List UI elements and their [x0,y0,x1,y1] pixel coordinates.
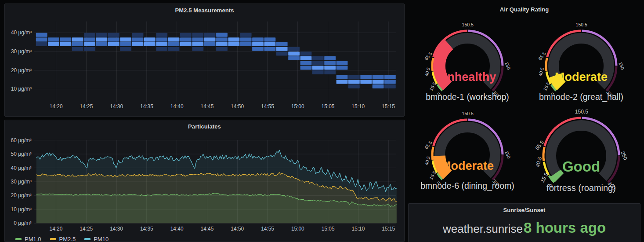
heatmap-cell[interactable] [300,66,312,70]
heatmap-cell[interactable] [348,84,360,88]
heatmap-cell[interactable] [84,42,95,46]
heatmap-cell[interactable] [156,33,167,37]
heatmap-cell[interactable] [48,37,59,41]
heatmap-cell[interactable] [216,37,228,41]
heatmap-cell[interactable] [144,37,156,41]
legend-item-pm1-0[interactable]: PM1.0 [15,236,41,242]
heatmap-cell[interactable] [204,42,216,46]
heatmap-cell[interactable] [108,37,119,41]
heatmap-cell[interactable] [132,33,144,37]
heatmap-cell[interactable] [168,42,180,46]
legend-item-pm10[interactable]: PM10 [84,236,109,242]
heatmap-cell[interactable] [216,33,228,37]
heatmap-cell[interactable] [108,42,119,46]
heatmap-cell[interactable] [180,37,192,41]
heatmap-cell[interactable] [312,61,324,65]
heatmap-cell[interactable] [312,56,324,60]
heatmap-cell[interactable] [84,33,95,37]
heatmap-cell[interactable] [264,42,276,46]
heatmap-cell[interactable] [264,47,276,51]
heatmap-cell[interactable] [384,80,396,84]
heatmap-cell[interactable] [204,33,216,37]
pm25-heatmap-chart[interactable]: 14:2014:2514:3014:3514:4014:4514:5014:55… [5,4,404,116]
panel-title-particulates[interactable]: Particulates [5,123,404,130]
heatmap-cell[interactable] [252,37,264,41]
heatmap-cell[interactable] [180,33,192,37]
heatmap-cell[interactable] [324,70,336,74]
heatmap-cell[interactable] [36,42,47,46]
heatmap-cell[interactable] [216,47,228,51]
heatmap-cell[interactable] [192,42,203,46]
heatmap-cell[interactable] [132,37,144,41]
heatmap-cell[interactable] [156,42,167,46]
heatmap-cell[interactable] [384,84,396,88]
heatmap-cell[interactable] [276,47,288,51]
heatmap-cell[interactable] [373,80,384,84]
heatmap-cell[interactable] [300,61,312,65]
heatmap-cell[interactable] [216,42,228,46]
heatmap-cell[interactable] [72,37,83,41]
heatmap-cell[interactable] [336,80,348,84]
heatmap-cell[interactable] [204,37,216,41]
heatmap-cell[interactable] [288,47,300,51]
heatmap-cell[interactable] [276,51,288,55]
heatmap-cell[interactable] [120,47,131,51]
heatmap-cell[interactable] [360,80,372,84]
heatmap-cell[interactable] [72,47,83,51]
heatmap-cell[interactable] [36,33,47,37]
heatmap-cell[interactable] [120,42,131,46]
heatmap-cell[interactable] [300,56,312,60]
heatmap-cell[interactable] [373,75,384,79]
heatmap-cell[interactable] [336,66,348,70]
panel-title-pm25[interactable]: PM2.5 Measurements [5,7,404,14]
heatmap-cell[interactable] [300,51,312,55]
heatmap-cell[interactable] [324,56,336,60]
heatmap-cell[interactable] [228,37,239,41]
heatmap-cell[interactable] [324,61,336,65]
heatmap-cell[interactable] [120,37,131,41]
heatmap-cell[interactable] [276,42,288,46]
heatmap-cell[interactable] [228,42,239,46]
heatmap-cell[interactable] [144,42,156,46]
heatmap-cell[interactable] [240,33,252,37]
heatmap-cell[interactable] [180,42,192,46]
heatmap-cell[interactable] [252,47,264,51]
heatmap-cell[interactable] [336,75,348,79]
heatmap-cell[interactable] [84,37,95,41]
panel-title-air-quality[interactable]: Air Quality Rating [408,6,640,13]
heatmap-cell[interactable] [96,37,108,41]
heatmap-cell[interactable] [36,37,47,41]
heatmap-cell[interactable] [132,42,144,46]
heatmap-cell[interactable] [360,75,372,79]
heatmap-cell[interactable] [348,75,360,79]
heatmap-cell[interactable] [288,51,300,55]
heatmap-cell[interactable] [288,56,300,60]
heatmap-cell[interactable] [336,61,348,65]
heatmap-cell[interactable] [264,37,276,41]
heatmap-cell[interactable] [84,47,95,51]
heatmap-cell[interactable] [96,42,108,46]
heatmap-cell[interactable] [240,37,252,41]
heatmap-cell[interactable] [192,47,203,51]
heatmap-cell[interactable] [48,42,59,46]
panel-title-sunrise[interactable]: Sunrise/Sunset [409,207,640,213]
heatmap-cell[interactable] [384,75,396,79]
heatmap-cell[interactable] [252,42,264,46]
legend-item-pm2-5[interactable]: PM2.5 [50,236,76,242]
heatmap-cell[interactable] [168,47,180,51]
heatmap-cell[interactable] [373,84,384,88]
heatmap-cell[interactable] [60,42,71,46]
heatmap-cell[interactable] [312,70,324,74]
heatmap-cell[interactable] [348,80,360,84]
heatmap-cell[interactable] [156,47,167,51]
heatmap-cell[interactable] [324,66,336,70]
heatmap-cell[interactable] [240,42,252,46]
heatmap-cell[interactable] [156,37,167,41]
heatmap-cell[interactable] [72,42,83,46]
heatmap-cell[interactable] [168,37,180,41]
heatmap-cell[interactable] [96,33,108,37]
heatmap-cell[interactable] [108,33,119,37]
heatmap-cell[interactable] [312,66,324,70]
particulates-line-chart[interactable]: 14:2014:2514:3014:3514:4014:4514:5014:55… [5,120,404,242]
heatmap-cell[interactable] [192,33,203,37]
